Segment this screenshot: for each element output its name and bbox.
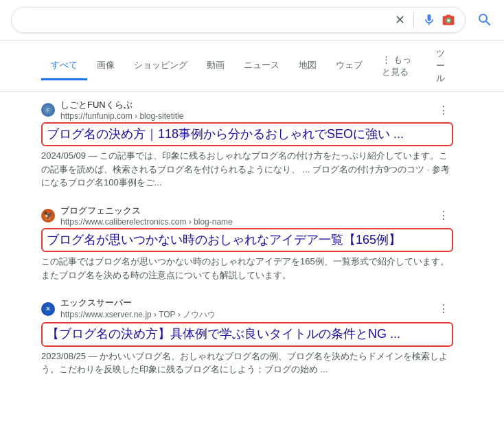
svg-text:F: F <box>47 108 49 113</box>
svg-point-0 <box>446 19 450 23</box>
tab-maps[interactable]: 地図 <box>289 52 326 80</box>
result-source: F しごとFUNくらぶ https://funfunip.com › blog-… <box>41 99 453 121</box>
result-menu-button[interactable]: ⋮ <box>434 301 453 317</box>
site-url: https://www.xserver.ne.jp › TOP › ノウハウ <box>60 309 216 321</box>
result-snippet: 2023/08/25 — かわいいブログ名、おしゃれなブログ名の例、ブログ名を決… <box>41 350 453 376</box>
svg-text:🦅: 🦅 <box>43 211 53 220</box>
lens-button[interactable] <box>442 13 455 27</box>
result-title-link[interactable]: ブログ名の決め方｜118事例から分かるおしゃれでSEOに強い ... <box>41 122 453 146</box>
tab-videos[interactable]: 動画 <box>197 52 234 80</box>
tab-web[interactable]: ウェブ <box>326 52 372 80</box>
result-snippet: この記事ではブログ名が思いつかない時のおしゃれなアイデアを165例、一覧形式で紹… <box>41 255 453 282</box>
site-info: エックスサーバー https://www.xserver.ne.jp › TOP… <box>60 297 216 321</box>
result-item: 🦅 ブログフェニックス https://www.caliberelectroni… <box>41 205 453 282</box>
tab-news[interactable]: ニュース <box>234 52 289 80</box>
result-menu-button[interactable]: ⋮ <box>434 102 453 118</box>
clear-button[interactable]: ✕ <box>395 12 405 27</box>
mic-icon <box>422 13 436 27</box>
site-favicon: F <box>41 103 55 117</box>
search-input-wrapper: ブログ名 おしゃれ ✕ <box>11 7 466 33</box>
site-url: https://www.caliberelectronics.com › blo… <box>60 217 233 227</box>
site-favicon: 🦅 <box>41 209 55 223</box>
tab-images[interactable]: 画像 <box>87 52 124 80</box>
mic-button[interactable] <box>422 13 436 27</box>
search-button[interactable] <box>477 12 493 28</box>
result-title-link[interactable]: 【ブログ名の決め方】具体例で学ぶ良いタイトルの条件とNG ... <box>41 322 453 346</box>
site-name: しごとFUNくらぶ <box>60 99 183 111</box>
search-input[interactable]: ブログ名 おしゃれ <box>21 14 389 26</box>
result-snippet: 2024/05/09 — この記事では、印象に残るおしゃれなブログ名の付け方をた… <box>41 149 453 190</box>
tab-shopping[interactable]: ショッピング <box>124 52 197 80</box>
site-info: しごとFUNくらぶ https://funfunip.com › blog-si… <box>60 99 183 121</box>
site-name: ブログフェニックス <box>60 205 233 217</box>
camera-icon <box>442 13 455 27</box>
tools-button[interactable]: ツール <box>426 41 463 91</box>
nav-tabs: すべて 画像 ショッピング 動画 ニュース 地図 ウェブ ⋮ もっと見る ツール <box>0 41 504 92</box>
search-bar: ブログ名 おしゃれ ✕ <box>0 0 504 41</box>
site-name: エックスサーバー <box>60 297 216 309</box>
favicon-text: X <box>46 306 49 312</box>
site-url: https://funfunip.com › blog-sitetitle <box>60 111 183 121</box>
result-title-link[interactable]: ブログ名が思いつかない時のおしゃれなアイデア一覧【165例】 <box>41 228 453 252</box>
result-item: X エックスサーバー https://www.xserver.ne.jp › T… <box>41 297 453 376</box>
result-menu-button[interactable]: ⋮ <box>434 207 453 223</box>
search-results: F しごとFUNくらぶ https://funfunip.com › blog-… <box>0 92 504 398</box>
more-tabs-button[interactable]: ⋮ もっと見る <box>372 47 426 85</box>
result-item: F しごとFUNくらぶ https://funfunip.com › blog-… <box>41 99 453 190</box>
search-icon <box>477 12 493 28</box>
result-source: 🦅 ブログフェニックス https://www.caliberelectroni… <box>41 205 453 227</box>
site-favicon: X <box>41 302 55 316</box>
site-info: ブログフェニックス https://www.caliberelectronics… <box>60 205 233 227</box>
tab-all[interactable]: すべて <box>41 52 87 80</box>
result-source: X エックスサーバー https://www.xserver.ne.jp › T… <box>41 297 453 321</box>
